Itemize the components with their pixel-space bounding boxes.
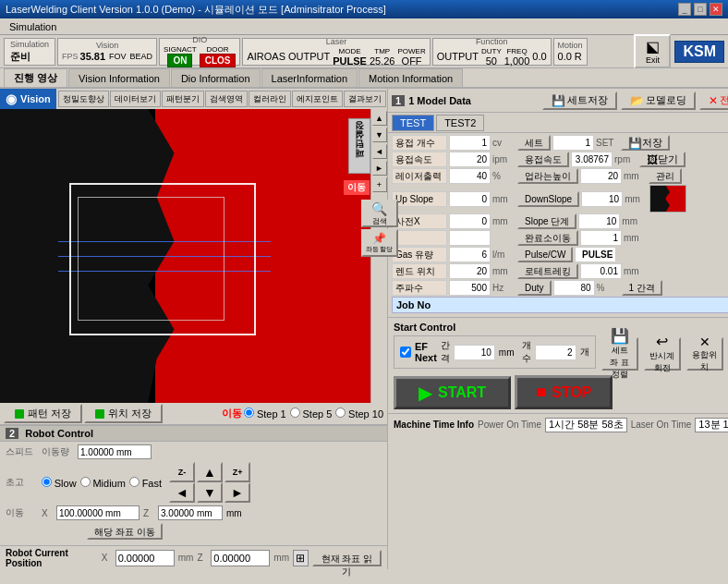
freq-group: FREQ 1,000 <box>504 47 530 67</box>
param3-btn[interactable]: DownSlope <box>517 191 579 207</box>
param3-right-unit: mm <box>625 194 648 204</box>
signal-value: ON <box>167 54 192 67</box>
vision-title: ◉ Vision <box>0 89 56 109</box>
param0-right-btn[interactable]: 💾 저장 <box>621 135 670 151</box>
load-model-btn[interactable]: 📂 모델로딩 <box>621 91 696 110</box>
tab-test[interactable]: TEST <box>392 115 434 131</box>
z-input[interactable] <box>158 505 223 520</box>
side-up-btn[interactable]: ▲ <box>372 111 387 126</box>
z-unit: mm <box>273 553 289 563</box>
fast-option[interactable]: Fast <box>129 477 162 489</box>
slow-option[interactable]: Slow <box>42 477 77 489</box>
top-status-bar: Simulation 준비 Vision FPS 35.81 FOV BEAD … <box>0 35 728 68</box>
assign-btn[interactable]: 📌 좌등 할당 <box>361 229 398 257</box>
step10-option[interactable]: Step 10 <box>335 408 383 420</box>
vision-image-area: 패턴설정 이동 ▲ ▼ ◄ ► + 🔍 검색 📌 좌등 할당 <box>0 109 387 403</box>
dio-section: DIO SIGNACT ON DOOR CLOS <box>159 38 240 66</box>
fps-value: 35.81 <box>80 51 106 62</box>
param4-right-value: 10 <box>578 213 620 229</box>
param-row-4: 사전X 0 mm Slope 단계 10 mm <box>392 213 728 229</box>
dist-label: 간격 <box>441 339 450 365</box>
save-set-btn[interactable]: 💾 세트저장 <box>542 91 617 110</box>
left-btn[interactable]: ◄ <box>169 482 195 503</box>
param8-btn[interactable]: Duty <box>517 280 552 296</box>
x-input[interactable] <box>56 505 140 520</box>
position-save-tab[interactable]: 위치 저장 <box>84 404 163 423</box>
tab-test2[interactable]: TEST2 <box>436 115 484 131</box>
toolbar-edge-point-btn[interactable]: 에지포인트 <box>292 91 343 107</box>
stop-button[interactable]: ■ STOP <box>515 375 613 409</box>
search-btn[interactable]: 🔍 검색 <box>361 200 398 227</box>
set-sort-btn[interactable]: 💾 세트 좌 표 정렬 <box>601 337 638 371</box>
toolbar-precision-btn[interactable]: 정밀도향상 <box>58 91 109 107</box>
delete-all-btn[interactable]: ✕ 전체닫기 <box>699 91 728 110</box>
medium-option[interactable]: Midium <box>80 477 126 489</box>
param2-label: 레이저출력 <box>392 168 447 184</box>
z-plus-btn[interactable]: Z- <box>169 462 195 482</box>
param8-right-value: 80 <box>553 280 595 296</box>
param6-unit: l/m <box>492 249 516 260</box>
ef-next-checkbox[interactable] <box>400 347 411 358</box>
param5-btn[interactable]: 완료소이동 <box>517 230 578 246</box>
step1-option[interactable]: Step 1 <box>244 408 286 420</box>
state-value: 준비 <box>10 50 49 64</box>
pattern-save-tab[interactable]: 패턴 저장 <box>4 404 82 423</box>
toolbar-search-area-btn[interactable]: 검색영역 <box>205 91 248 107</box>
emergency-btn[interactable]: ↩ 반시계 회전 <box>644 337 681 371</box>
param2-btn[interactable]: 업라는높이 <box>517 168 578 184</box>
home-move-btn[interactable]: 해당 좌표 이동 <box>87 523 163 540</box>
param0-unit: cv <box>492 138 516 148</box>
exit-button[interactable]: ⬕ Exit <box>634 34 671 68</box>
tab-laser-info[interactable]: LaserInformation <box>261 68 358 87</box>
maximize-button[interactable]: □ <box>694 3 707 16</box>
toolbar-pattern-branch-btn[interactable]: 패턴분기 <box>162 91 204 107</box>
param1-right-btn[interactable]: 🖼 닫기 <box>639 152 686 167</box>
pattern-label: 패턴설정 <box>348 118 370 174</box>
param1-btn[interactable]: 용접속도 <box>517 152 569 167</box>
power-group: POWER OFF <box>397 47 425 67</box>
toolbar-data-view-btn[interactable]: 데이터보기 <box>110 91 161 107</box>
read-position-btn[interactable]: 현재 좌표 읽기 <box>312 550 382 566</box>
down-btn[interactable]: ▼ <box>197 482 223 503</box>
param8-right-btn[interactable]: 1 간격 <box>622 280 662 296</box>
side-right-btn[interactable]: ► <box>372 161 387 176</box>
param6-btn[interactable]: Pulse/CW <box>517 247 573 262</box>
weld-pos-btn[interactable]: ✕ 용합위치 <box>686 337 723 371</box>
robot-row-move: 이동 X Z mm <box>6 505 382 520</box>
close-button[interactable]: ✕ <box>710 3 722 16</box>
power-label: POWER <box>397 47 425 55</box>
main-tab-bar: 진행 영상 Vision Information Dio Information… <box>0 68 728 89</box>
motion-header: Motion <box>558 41 583 50</box>
signal-label: SIGNACT <box>164 45 197 54</box>
speed-input[interactable] <box>78 444 152 459</box>
side-plus-btn[interactable]: + <box>372 177 387 192</box>
param2-right-btn[interactable]: 관리 <box>649 168 682 184</box>
job-no-label: Job No <box>396 299 431 310</box>
param0-btn[interactable]: 세트 <box>517 135 551 151</box>
model-tab-bar: TEST TEST2 <box>388 113 728 133</box>
start-button[interactable]: ▶ START <box>394 376 511 409</box>
dist-value: 10 <box>454 345 495 360</box>
param4-btn[interactable]: Slope 단계 <box>517 213 576 229</box>
z-minus-btn[interactable]: Z+ <box>224 462 250 482</box>
tab-dio-info[interactable]: Dio Information <box>171 68 261 87</box>
tab-motion-info[interactable]: Motion Information <box>358 68 463 87</box>
menu-simulation[interactable]: Simulation <box>4 20 62 33</box>
param2-value: 40 <box>449 168 491 184</box>
tab-progress-video[interactable]: 진행 영상 <box>4 68 67 87</box>
minimize-button[interactable]: _ <box>678 3 691 16</box>
tab-vision-info[interactable]: Vision Information <box>68 68 170 87</box>
side-down-btn[interactable]: ▼ <box>372 128 387 142</box>
param0-right-unit: SET <box>596 138 619 148</box>
toolbar-color-line-btn[interactable]: 컬러라인 <box>249 91 291 107</box>
z-arrow-group: Z- ▲ Z+ ◄ ▼ ► <box>169 462 250 503</box>
right-btn[interactable]: ► <box>224 482 250 503</box>
z-up-btn[interactable]: ▲ <box>197 462 223 482</box>
z-top-row: Z- ▲ Z+ <box>169 462 250 482</box>
toolbar-result-view-btn[interactable]: 결과보기 <box>344 91 386 107</box>
ef-next-section: EF Next 간격 10 mm 개수 2 개 <box>394 335 596 369</box>
window-controls[interactable]: _ □ ✕ <box>678 3 722 16</box>
param7-btn[interactable]: 로테트레킹 <box>517 263 578 279</box>
side-left-btn[interactable]: ◄ <box>372 144 387 159</box>
step5-option[interactable]: Step 5 <box>290 408 333 420</box>
